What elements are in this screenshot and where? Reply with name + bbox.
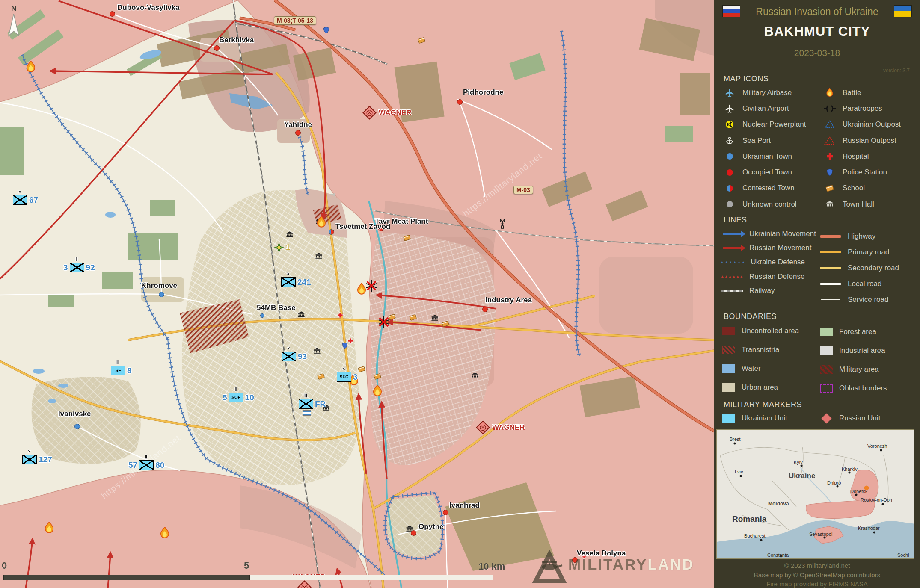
firemap-credit-line: Fire map provided by FIRMS NASA [714,580,920,588]
scale-bar-light [249,575,493,580]
version-label: version: 3.7 [883,68,910,74]
secondary-road-icon [819,267,843,269]
ukrainian-town-dot [159,292,164,297]
primary-road-icon [819,251,843,253]
ukrainian-outpost-icon [822,120,837,129]
section-military-markers: MILITARY MARKERS [724,400,802,409]
legend-item: Highway [819,228,899,244]
map-date: 2023-03-18 [714,48,920,58]
unit-type: SEC [337,372,351,381]
legend-item: Russian Outpost [822,133,901,148]
boundaries-column-2: Forest area Industrial area Military are… [819,322,887,398]
legend-item: Battle [822,85,901,100]
occupied-town-dot [443,510,448,515]
russian-outpost-icon [822,136,837,145]
unit-box: Ⅱ [139,460,154,470]
legend-item: Paratroopes [822,100,901,116]
town-label: Dubovo-Vasylivka [117,3,180,12]
road-sign: M-03 [513,186,533,194]
flag-icon [303,410,311,416]
service-road-icon [819,299,843,300]
unit-box: Ⅲ [299,399,313,409]
civilian-airport-icon [722,104,737,113]
scale-bar-dark [3,575,249,580]
legend-item: Ukrainian Unit [721,410,787,427]
ukrainian-unit-marker: 57 Ⅱ 80 [128,460,164,470]
legend-item: Oblast borders [819,379,887,398]
militaryland-logo-icon [530,546,569,585]
water-swatch [721,364,736,373]
legend-item: Primary road [819,244,899,260]
unit-number: 3 [63,263,68,272]
unit-number: 93 [298,352,307,361]
unit-type: SF [111,366,125,375]
unknown-control-icon [722,201,737,207]
town-label: Tsvetmet Zavod [335,222,390,231]
unit-echelon: Ⅱ [235,387,237,392]
legend-item: Hospital [822,148,901,164]
inset-city: Voronezh [867,443,887,449]
russian-unit-label: WAGNER [492,423,525,432]
unit-number: 80 [155,461,164,470]
militaryland-logo: MILITARYLAND [568,556,694,573]
legend-item: Local road [819,276,899,292]
police-station-icon [822,168,837,176]
military-airbase-icon [722,88,737,98]
legend-item: Russian Unit [819,410,880,427]
map-icons-column-1: Military Airbase Civilian Airport Nuclea… [722,85,806,212]
unit-echelon: × [19,189,22,194]
bakhmut-map-screenshot: N https://militaryland.net https://milit… [0,0,920,588]
industrial-area-swatch [819,346,834,355]
town-hall-icon [822,201,837,207]
inset-city: Kyiv [794,460,803,465]
legend-item: Sea Port [722,133,806,148]
legend-item: ▲▲▲▲▲▲Ukraine Defense [720,255,816,269]
unit-echelon: × [28,449,31,454]
unit-echelon: × [288,346,291,351]
unit-box: Ⅱ [70,263,84,272]
school-icon [822,184,837,192]
unit-echelon: × [343,366,346,371]
ukrainian-unit-marker: ⅢSF 8 [111,366,132,375]
inset-city: Donetsk [850,489,867,494]
russian-defense-icon: ▲▲▲▲▲▲ [720,275,744,278]
legend-item: Secondary road [819,260,899,276]
lines-column-2: Highway Primary road Secondary road Loca… [819,228,899,307]
nuclear-powerplant-icon [722,121,737,128]
legend-item: Military Airbase [722,85,806,100]
legend-item: Ukrainian Movement [720,227,816,241]
legend-item: Ukrainian Outpost [822,117,901,133]
urban-area-swatch [721,383,736,392]
scale-ten: 10 km [478,561,505,572]
inset-country: Romania [732,514,766,524]
legend-item: Service road [819,292,899,307]
occupied-town-icon [722,169,737,176]
inset-city: Rostov-on-Don [861,497,892,502]
logo-military: MILITARY [568,556,647,573]
town-label: Ivanivske [58,410,91,418]
russian-movement-icon [720,247,744,249]
unit-echelon: Ⅱ [76,257,78,262]
legend-item: Occupied Town [722,164,806,180]
divider [723,65,911,65]
compass-north-label: N [11,4,16,13]
map-canvas: N https://militaryland.net https://milit… [0,0,714,588]
inset-city: Lviv [735,469,743,474]
ukrainian-unit-marker: Ⅲ FR [299,399,326,409]
unit-box: × [282,352,296,361]
town-label: Ivanhrad [449,501,480,510]
ukrainian-movement-icon [720,233,744,235]
military-area-swatch [819,365,834,374]
russian-unit-marker: WAGNER [478,423,525,432]
ukrainian-unit-marker: × 93 [282,352,307,361]
unit-box: ×SEC [337,372,351,382]
unit-number: 92 [86,263,95,272]
map-icons-column-2: Battle Paratroopes Ukrainian Outpost Rus… [822,85,901,212]
panel-title: Russian Invasion of Ukraine [714,6,920,18]
legend-item: Russian Movement [720,241,816,255]
unit-echelon: × [287,272,290,276]
ukrainian-unit-marker: × 127 [22,455,52,464]
inset-city: Krasnodar [858,526,880,531]
lines-column-1: Ukrainian Movement Russian Movement ▲▲▲▲… [720,227,816,298]
unit-echelon: Ⅲ [116,360,120,365]
